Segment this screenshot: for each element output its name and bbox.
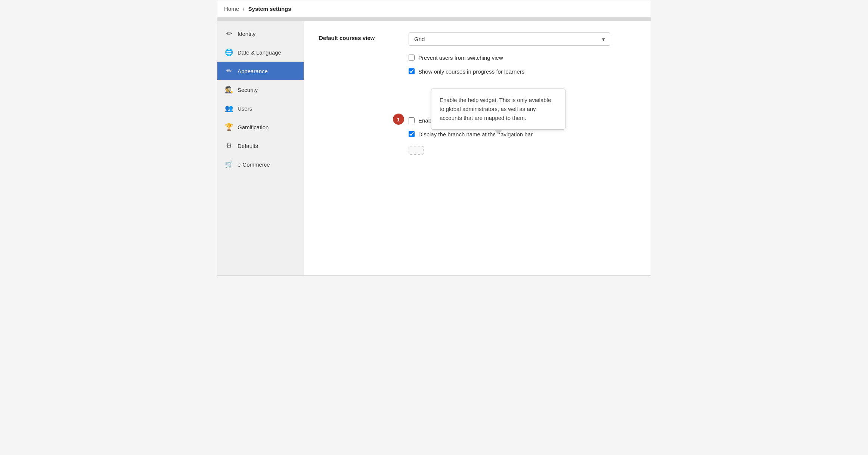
security-icon: 🕵	[225, 86, 233, 94]
breadcrumb-bar: Home / System settings	[217, 0, 651, 18]
sidebar-item-users[interactable]: 👥 Users	[217, 99, 304, 118]
prevent-switching-checkbox[interactable]	[409, 55, 415, 61]
gray-divider	[217, 18, 651, 21]
courses-view-select-wrapper: Grid List Card ▼	[409, 32, 610, 46]
add-item-button[interactable]	[409, 146, 424, 155]
identity-icon: ✏	[225, 30, 233, 38]
default-courses-view-row: Default courses view Grid List Card ▼	[319, 32, 636, 46]
tooltip-arrow	[494, 129, 503, 134]
sidebar-item-security[interactable]: 🕵 Security	[217, 80, 304, 99]
sidebar-item-label-ecommerce: e-Commerce	[238, 161, 270, 168]
checkbox-row-prevent-switching: Prevent users from switching view	[409, 54, 636, 62]
dashed-button-wrapper	[319, 144, 636, 155]
tooltip-box: Enable the help widget. This is only ava…	[431, 89, 565, 130]
home-link[interactable]: Home	[224, 6, 239, 12]
prevent-switching-label: Prevent users from switching view	[418, 54, 503, 62]
courses-in-progress-label: Show only courses in progress for learne…	[418, 68, 524, 75]
default-courses-view-control: Grid List Card ▼	[409, 32, 636, 46]
sidebar-item-identity[interactable]: ✏ Identity	[217, 24, 304, 43]
tooltip-container: Enable the help widget. This is only ava…	[431, 89, 565, 130]
branch-name-checkbox[interactable]	[409, 131, 415, 137]
tooltip-arrow-inner	[494, 134, 502, 139]
sidebar-item-gamification[interactable]: 🏆 Gamification	[217, 118, 304, 136]
breadcrumb-separator: /	[243, 6, 244, 12]
sidebar-item-label-security: Security	[238, 87, 258, 93]
default-courses-view-label: Default courses view	[319, 32, 401, 41]
sidebar-item-label-date-language: Date & Language	[238, 49, 281, 56]
courses-view-select[interactable]: Grid List Card	[409, 32, 610, 46]
help-badge: 1	[393, 114, 404, 125]
checkbox-row-branch-name: Display the branch name at the navigatio…	[409, 130, 636, 138]
sidebar: ✏ Identity 🌐 Date & Language ✏ Appearanc…	[217, 21, 304, 275]
defaults-icon: ⚙	[225, 142, 233, 150]
enable-help-checkbox[interactable]	[409, 117, 415, 123]
content-area: Default courses view Grid List Card ▼ Pr…	[304, 21, 651, 275]
sidebar-item-ecommerce[interactable]: 🛒 e-Commerce	[217, 155, 304, 174]
sidebar-item-appearance[interactable]: ✏ Appearance	[217, 62, 304, 80]
page-wrapper: Home / System settings ✏ Identity 🌐 Date…	[217, 0, 651, 276]
sidebar-item-defaults[interactable]: ⚙ Defaults	[217, 136, 304, 155]
sidebar-item-label-defaults: Defaults	[238, 143, 258, 149]
gamification-icon: 🏆	[225, 123, 233, 131]
sidebar-item-label-gamification: Gamification	[238, 124, 269, 130]
sidebar-item-date-language[interactable]: 🌐 Date & Language	[217, 43, 304, 62]
breadcrumb: Home / System settings	[224, 6, 291, 12]
tooltip-text: Enable the help widget. This is only ava…	[440, 97, 551, 121]
main-layout: ✏ Identity 🌐 Date & Language ✏ Appearanc…	[217, 21, 651, 275]
users-icon: 👥	[225, 104, 233, 112]
sidebar-item-label-identity: Identity	[238, 31, 255, 37]
courses-in-progress-checkbox[interactable]	[409, 68, 415, 74]
page-title: System settings	[248, 6, 291, 12]
ecommerce-icon: 🛒	[225, 160, 233, 168]
branch-name-label: Display the branch name at the navigatio…	[418, 130, 533, 138]
sidebar-item-label-users: Users	[238, 105, 252, 112]
sidebar-item-label-appearance: Appearance	[238, 68, 268, 74]
checkbox-row-courses-in-progress: Show only courses in progress for learne…	[409, 68, 636, 75]
appearance-icon: ✏	[225, 67, 233, 75]
date-language-icon: 🌐	[225, 48, 233, 56]
